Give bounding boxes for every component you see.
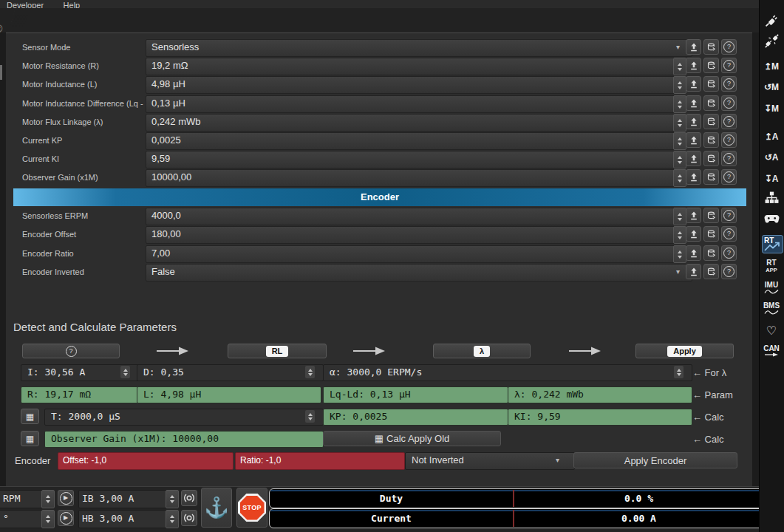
spinner-up-icon[interactable] <box>678 137 682 140</box>
spinner-down-icon[interactable] <box>170 500 174 503</box>
rt-data-icon[interactable]: RT <box>762 235 783 253</box>
param-value-field[interactable]: 0,0025 <box>146 132 679 150</box>
chevron-down-icon[interactable]: ▾ <box>676 267 680 276</box>
spinner-down-icon[interactable] <box>46 500 50 503</box>
backup-button[interactable] <box>703 226 719 242</box>
connect-icon[interactable] <box>759 11 784 29</box>
param-value-field[interactable]: 180,00 <box>146 226 679 244</box>
spinner-down-icon[interactable] <box>678 106 682 109</box>
upload-button[interactable] <box>686 151 701 166</box>
rt-app-icon[interactable]: RT APP <box>759 257 784 275</box>
spinner-down-icon[interactable] <box>123 373 128 376</box>
spinner-up-icon[interactable] <box>170 515 174 518</box>
upload-button[interactable] <box>686 208 701 223</box>
spinner-down-icon[interactable] <box>678 180 682 183</box>
duty-d-field[interactable]: D: 0,35 <box>137 364 324 381</box>
upload-button[interactable] <box>686 264 701 279</box>
alpha-field[interactable]: α: 3000,0 ERPM/s <box>323 364 692 381</box>
bms-icon[interactable]: BMS <box>759 299 784 317</box>
spinner-down-icon[interactable] <box>677 373 681 376</box>
spinner-down-icon[interactable] <box>46 520 50 523</box>
spinner-up-icon[interactable] <box>678 213 682 216</box>
help-button[interactable]: ? <box>721 245 737 261</box>
spinner[interactable] <box>166 490 179 508</box>
write-app-config-icon[interactable]: ↧A <box>759 170 784 188</box>
help-button[interactable]: ? <box>721 132 737 148</box>
spinner-up-icon[interactable] <box>308 413 313 416</box>
backup-button[interactable] <box>703 95 719 111</box>
param-value-field[interactable]: 10000,00 <box>146 169 679 187</box>
spinner[interactable] <box>673 58 686 75</box>
upload-button[interactable] <box>686 39 701 55</box>
menu-item-help[interactable]: Help <box>64 1 81 8</box>
backup-button[interactable] <box>703 245 719 261</box>
spinner-up-icon[interactable] <box>46 495 50 498</box>
spinner-up-icon[interactable] <box>678 63 682 66</box>
spinner-down-icon[interactable] <box>170 520 174 523</box>
disconnect-icon[interactable] <box>759 32 784 50</box>
run-rpm-button[interactable]: ▶ <box>58 490 74 506</box>
help-button[interactable]: ? <box>721 58 737 73</box>
spinner-up-icon[interactable] <box>678 231 682 234</box>
spinner-up-icon[interactable] <box>678 250 682 253</box>
backup-button[interactable] <box>703 114 719 129</box>
ib-current-field[interactable]: IB 3,00 A <box>78 490 170 508</box>
ib-toggle-button[interactable] <box>181 490 197 506</box>
spinner[interactable] <box>305 410 315 423</box>
spinner-down-icon[interactable] <box>308 417 313 420</box>
calc-kp-ki-button[interactable]: ▦ <box>21 409 39 424</box>
run-position-button[interactable]: ▶ <box>58 510 74 526</box>
param-value-field[interactable]: 4000,0 <box>146 208 679 225</box>
spinner-up-icon[interactable] <box>308 369 313 372</box>
help-button[interactable]: ? <box>721 226 737 242</box>
detect-lambda-button[interactable]: λ <box>433 344 531 358</box>
spinner[interactable] <box>41 490 55 508</box>
spinner-down-icon[interactable] <box>678 218 682 221</box>
spinner-up-icon[interactable] <box>678 156 682 159</box>
spinner-up-icon[interactable] <box>677 369 681 372</box>
spinner-down-icon[interactable] <box>678 256 682 259</box>
keep-position-anchor-button[interactable]: ⚓ <box>201 488 232 528</box>
spinner-up-icon[interactable] <box>123 369 128 372</box>
spinner-down-icon[interactable] <box>678 161 682 164</box>
default-motor-config-icon[interactable]: ↺M <box>759 78 784 96</box>
help-button[interactable]: ? <box>721 114 737 129</box>
spinner-up-icon[interactable] <box>678 174 682 177</box>
help-button[interactable]: ? <box>721 264 737 279</box>
help-button[interactable]: ? <box>721 39 737 55</box>
gamepad-icon[interactable] <box>759 210 784 228</box>
spinner-down-icon[interactable] <box>308 373 313 376</box>
encoder-inverted-result-dropdown[interactable]: Not Inverted <box>405 452 575 470</box>
spinner[interactable] <box>305 366 315 378</box>
backup-button[interactable] <box>703 264 719 279</box>
help-button[interactable]: ? <box>721 169 737 185</box>
can-network-icon[interactable] <box>759 188 784 206</box>
spinner-up-icon[interactable] <box>678 81 682 84</box>
spinner[interactable] <box>673 95 686 113</box>
backup-button[interactable] <box>703 76 719 92</box>
param-value-field[interactable]: 9,59 <box>146 151 679 168</box>
help-button[interactable]: ? <box>721 76 737 92</box>
upload-button[interactable] <box>686 58 701 73</box>
write-motor-config-icon[interactable]: ↧M <box>759 100 784 117</box>
detect-rl-button[interactable]: RL <box>228 344 327 358</box>
tc-field[interactable]: T: 2000,0 µS <box>44 409 324 426</box>
spinner-up-icon[interactable] <box>678 119 682 122</box>
param-value-field[interactable]: 0,13 µH <box>146 95 679 113</box>
read-motor-config-icon[interactable]: ↥M <box>759 58 784 75</box>
hb-toggle-button[interactable] <box>181 510 197 526</box>
upload-button[interactable] <box>686 245 701 261</box>
position-deg-field[interactable]: ° <box>0 510 45 528</box>
spinner-down-icon[interactable] <box>678 86 682 89</box>
help-button[interactable]: ? <box>721 95 737 111</box>
upload-button[interactable] <box>686 114 701 129</box>
upload-button[interactable] <box>686 169 701 185</box>
default-app-config-icon[interactable]: ↺A <box>759 149 784 166</box>
heart-icon[interactable]: ♡ <box>759 322 784 340</box>
backup-button[interactable] <box>703 39 719 55</box>
spinner[interactable] <box>673 208 686 225</box>
sensor-mode-dropdown[interactable]: Sensorless <box>146 39 692 57</box>
chevron-down-icon[interactable]: ▾ <box>676 43 680 51</box>
imu-icon[interactable]: IMU <box>759 279 784 296</box>
spinner-up-icon[interactable] <box>170 495 174 498</box>
